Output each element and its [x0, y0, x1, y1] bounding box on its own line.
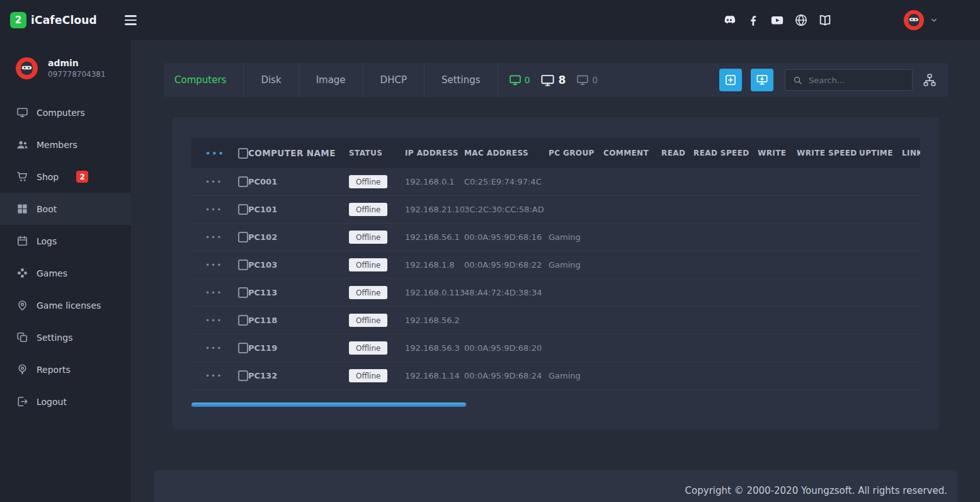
- table-row[interactable]: ••• PC102 Offline 192.168.56.1 00:0A:95:…: [191, 224, 920, 251]
- docs-icon[interactable]: [818, 13, 833, 28]
- monitor-icon: [540, 73, 555, 88]
- computer-counter-gray: 0: [576, 74, 598, 86]
- people-icon: [16, 139, 29, 151]
- menu-toggle-button[interactable]: [122, 13, 139, 27]
- row-checkbox[interactable]: [238, 343, 248, 353]
- computer-name: PC119: [248, 343, 349, 353]
- tab-image[interactable]: Image: [299, 63, 363, 97]
- row-checkbox[interactable]: [238, 204, 248, 215]
- table-row[interactable]: ••• PC001 Offline 192.168.0.1 C0:25:E9:7…: [191, 168, 920, 196]
- user-menu[interactable]: [903, 9, 938, 31]
- sidebar-item-computers[interactable]: Computers: [0, 96, 131, 128]
- computer-counter-green: 0: [509, 74, 530, 86]
- tabs: Computers Disk Image DHCP Settings: [164, 63, 498, 97]
- sidebar-user-avatar: [15, 57, 38, 80]
- row-checkbox[interactable]: [238, 287, 248, 298]
- table-row[interactable]: ••• PC113 Offline 192.168.0.113 48:A4:72…: [191, 279, 920, 307]
- table-menu-button[interactable]: •••: [205, 149, 225, 157]
- sidebar-item-members[interactable]: Members: [0, 128, 131, 161]
- mac-address: 00:0A:95:9D:68:20: [464, 343, 549, 353]
- tab-settings[interactable]: Settings: [424, 63, 498, 97]
- row-checkbox[interactable]: [238, 370, 248, 381]
- logout-icon: [16, 396, 29, 408]
- select-all-checkbox[interactable]: [238, 148, 248, 159]
- ip-address: 192.168.1.14: [405, 371, 464, 380]
- row-actions-button[interactable]: •••: [205, 289, 222, 297]
- license-icon: [16, 299, 29, 312]
- tab-label: DHCP: [380, 74, 407, 86]
- mac-address: 00:0A:95:9D:68:22: [464, 260, 549, 270]
- status-badge: Offline: [349, 203, 387, 216]
- row-actions-button[interactable]: •••: [205, 372, 222, 380]
- toolbar-card: Computers Disk Image DHCP Settings 0 8 0: [164, 63, 948, 97]
- sidebar-item-label: Logout: [37, 397, 67, 407]
- computer-name: PC113: [248, 288, 349, 297]
- main-content: Computers Disk Image DHCP Settings 0 8 0: [131, 40, 980, 502]
- website-icon[interactable]: [794, 13, 809, 28]
- sidebar-item-label: Computers: [37, 108, 85, 118]
- search-icon: [793, 76, 802, 85]
- user-name: admin: [48, 58, 106, 68]
- sidebar-item-label: Game licenses: [37, 300, 101, 311]
- sidebar-nav: Computers Members Shop 2 Boot Logs Games…: [0, 96, 131, 418]
- mac-address: 00:0A:95:9D:68:24: [464, 371, 549, 380]
- counter-value: 8: [558, 74, 566, 86]
- logo-text: iCafeCloud: [31, 14, 97, 26]
- table-row[interactable]: ••• PC118 Offline 192.168.56.2: [191, 307, 920, 334]
- pc-group: Gaming: [549, 371, 603, 380]
- row-actions-button[interactable]: •••: [205, 178, 222, 186]
- tab-label: Computers: [174, 74, 226, 86]
- column-header-ip-address: IP ADDRESS: [405, 149, 464, 157]
- sidebar-item-shop[interactable]: Shop 2: [0, 161, 131, 193]
- table-row[interactable]: ••• PC103 Offline 192.168.1.8 00:0A:95:9…: [191, 251, 920, 279]
- facebook-icon[interactable]: [746, 13, 761, 28]
- row-actions-button[interactable]: •••: [205, 206, 222, 214]
- mac-address: C0:25:E9:74:97:4C: [464, 177, 549, 186]
- network-map-icon[interactable]: [923, 73, 937, 87]
- row-checkbox[interactable]: [238, 176, 248, 187]
- ip-address: 192.168.0.1: [405, 177, 464, 186]
- row-actions-button[interactable]: •••: [205, 261, 222, 269]
- column-header-read: READ: [661, 149, 693, 157]
- tab-label: Settings: [442, 74, 481, 86]
- sidebar-item-games[interactable]: Games: [0, 257, 131, 289]
- sidebar-item-logs[interactable]: Logs: [0, 225, 131, 257]
- computer-name: PC102: [248, 232, 349, 242]
- row-checkbox[interactable]: [238, 232, 248, 242]
- youtube-icon[interactable]: [770, 13, 785, 28]
- boot-deploy-button[interactable]: [751, 69, 773, 91]
- add-computer-button[interactable]: [719, 69, 742, 91]
- app-logo[interactable]: 2 iCafeCloud: [0, 12, 97, 28]
- mac-address: 00:0A:95:9D:68:16: [464, 232, 549, 242]
- table-row[interactable]: ••• PC119 Offline 192.168.56.3 00:0A:95:…: [191, 334, 920, 362]
- tab-dhcp[interactable]: DHCP: [363, 63, 424, 97]
- tab-disk[interactable]: Disk: [244, 63, 299, 97]
- sidebar-item-boot[interactable]: Boot: [0, 193, 131, 225]
- table-row[interactable]: ••• PC132 Offline 192.168.1.14 00:0A:95:…: [191, 362, 920, 390]
- monitor-icon: [16, 106, 29, 119]
- row-actions-button[interactable]: •••: [205, 345, 222, 352]
- computer-name: PC118: [248, 316, 349, 325]
- row-actions-button[interactable]: •••: [205, 317, 222, 324]
- table-row[interactable]: ••• PC101 Offline 192.168.21.101 3C:2C:3…: [191, 196, 920, 224]
- discord-icon[interactable]: [722, 13, 737, 28]
- logo-icon: 2: [10, 12, 26, 28]
- row-checkbox[interactable]: [238, 315, 248, 326]
- user-avatar: [903, 9, 925, 31]
- row-checkbox[interactable]: [238, 260, 248, 270]
- sidebar-item-logout[interactable]: Logout: [0, 385, 131, 418]
- footer-card: Copyright © 2000-2020 Youngzsoft. All ri…: [154, 470, 957, 502]
- horizontal-scrollbar[interactable]: [191, 402, 466, 407]
- sidebar-item-game-licenses[interactable]: Game licenses: [0, 289, 131, 321]
- computers-table-card: ••• COMPUTER NAMESTATUSIP ADDRESSMAC ADD…: [173, 117, 939, 430]
- ip-address: 192.168.56.2: [405, 316, 464, 325]
- social-links: [722, 13, 833, 28]
- column-header-status: STATUS: [349, 149, 405, 157]
- sidebar-item-reports[interactable]: Reports: [0, 353, 131, 385]
- monitor-icon: [509, 74, 521, 86]
- tab-computers[interactable]: Computers: [164, 63, 244, 97]
- search-input[interactable]: [809, 76, 912, 85]
- shop-badge: 2: [76, 171, 88, 183]
- row-actions-button[interactable]: •••: [205, 234, 222, 241]
- sidebar-item-settings[interactable]: Settings: [0, 321, 131, 353]
